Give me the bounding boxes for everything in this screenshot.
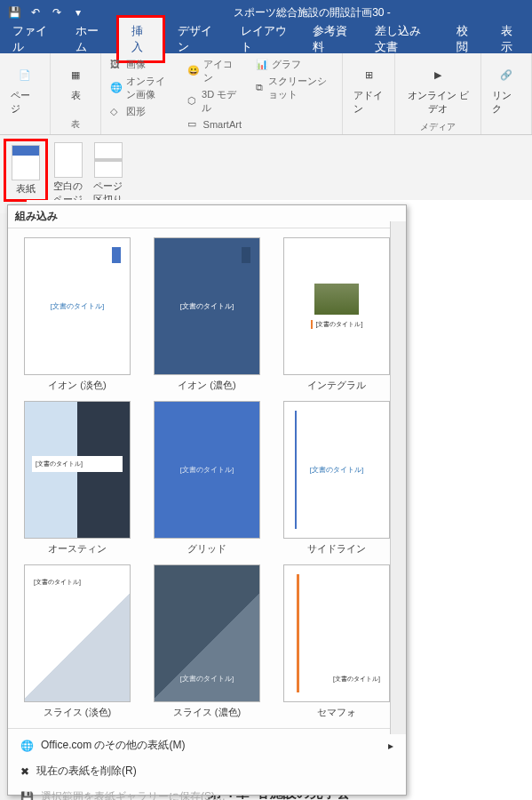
chart-icon: 📊: [256, 59, 268, 71]
smartart-button[interactable]: ▭SmartArt: [186, 117, 243, 132]
addin-button[interactable]: ⊞ アドイン: [350, 57, 387, 119]
link-icon: 🔗: [492, 60, 520, 89]
gallery-item-semaphore[interactable]: [文書のタイトル] セマフォ: [274, 563, 399, 721]
smartart-icon: ▭: [187, 118, 200, 131]
gallery-item-slice-light[interactable]: [文書のタイトル] スライス (淡色): [15, 563, 139, 721]
addin-icon: ⊞: [354, 60, 383, 89]
picture-icon: 🖼: [110, 59, 123, 71]
online-image-button[interactable]: 🌐オンライン画像: [108, 74, 175, 102]
icons-button[interactable]: 😀アイコン: [186, 57, 243, 85]
gallery-item-sideline[interactable]: [文書のタイトル] サイドライン: [274, 399, 399, 557]
more-covers-button[interactable]: 🌐Office.com のその他の表紙(M)▸: [12, 732, 402, 758]
gallery-item-austin[interactable]: [文書のタイトル] オースティン: [15, 399, 139, 557]
gallery-item-ion-light[interactable]: [文書のタイトル] イオン (淡色): [15, 236, 139, 394]
gallery-item-grid[interactable]: [文書のタイトル] グリッド: [145, 399, 269, 557]
cover-icon: [12, 145, 40, 180]
page-break-icon: [94, 142, 123, 178]
save-gallery-icon: 💾: [20, 791, 34, 801]
pages-button[interactable]: 📄 ページ: [7, 57, 43, 119]
gallery-item-integral[interactable]: [文書のタイトル] インテグラル: [274, 236, 399, 394]
online-image-icon: 🌐: [110, 82, 123, 94]
cover-page-gallery: 組み込み [文書のタイトル] イオン (淡色) [文書のタイトル] イオン (濃…: [7, 204, 407, 796]
office-icon: 🌐: [20, 740, 34, 752]
remove-cover-button[interactable]: ✖現在の表紙を削除(R): [12, 758, 402, 784]
gallery-item-ion-dark[interactable]: [文書のタイトル] イオン (濃色): [145, 236, 269, 394]
gallery-item-slice-dark[interactable]: [文書のタイトル] スライス (濃色): [145, 563, 269, 721]
page-icon: 📄: [11, 60, 39, 89]
page-break-button[interactable]: ページ 区切り: [88, 139, 128, 210]
cover-page-button[interactable]: 表紙: [4, 139, 48, 202]
screenshot-button[interactable]: ⧉スクリーンショット: [254, 74, 335, 102]
gallery-header: 組み込み: [8, 205, 406, 228]
picture-button[interactable]: 🖼画像: [108, 57, 175, 72]
gallery-scrollbar[interactable]: [390, 221, 406, 734]
cube-icon: ⬡: [187, 95, 199, 108]
blank-page-button[interactable]: 空白の ページ: [48, 139, 88, 210]
link-button[interactable]: 🔗 リンク: [488, 57, 524, 119]
ribbon-tabs: ファイル ホーム 挿入 デザイン レイアウト 参考資料 差し込み文書 校閲 表示: [0, 25, 532, 53]
screenshot-icon: ⧉: [256, 82, 265, 94]
icons-icon: 😀: [187, 65, 200, 77]
ribbon: 📄 ページ ▦ 表 表 🖼画像 🌐オンライン画像 ◇図形 😀アイコン ⬡3D モ…: [0, 53, 532, 135]
online-video-button[interactable]: ▶ オンライン ビデオ: [402, 57, 473, 119]
video-icon: ▶: [424, 60, 452, 89]
shapes-button[interactable]: ◇図形: [108, 104, 175, 119]
gallery-grid: [文書のタイトル] イオン (淡色) [文書のタイトル] イオン (濃色) [文…: [8, 228, 406, 728]
save-selection-button: 💾選択範囲を表紙ギャラリーに保存(S)…: [12, 784, 402, 800]
table-icon: ▦: [61, 60, 90, 89]
blank-page-icon: [54, 142, 83, 178]
chart-button[interactable]: 📊グラフ: [254, 57, 335, 72]
shapes-icon: ◇: [110, 106, 123, 118]
delete-icon: ✖: [20, 765, 29, 778]
chevron-right-icon: ▸: [388, 740, 393, 752]
table-button[interactable]: ▦ 表: [58, 57, 93, 106]
gallery-footer: 🌐Office.com のその他の表紙(M)▸ ✖現在の表紙を削除(R) 💾選択…: [8, 728, 406, 800]
3dmodel-button[interactable]: ⬡3D モデル: [186, 87, 243, 116]
